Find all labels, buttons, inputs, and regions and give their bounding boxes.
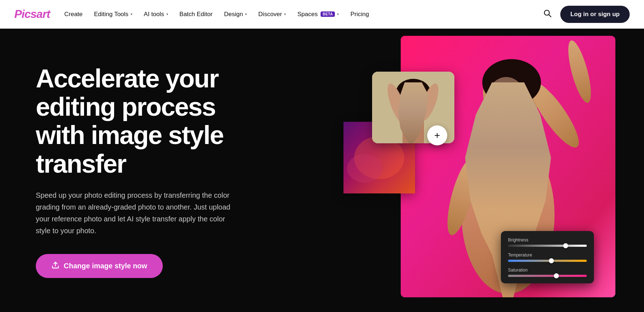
navbar: Picsart Create Editing Tools ▾ AI tools … — [0, 0, 644, 29]
svg-rect-6 — [501, 124, 521, 141]
design-chevron: ▾ — [245, 12, 247, 16]
nav-pricing[interactable]: Pricing — [350, 11, 369, 18]
search-button[interactable] — [542, 8, 553, 21]
temperature-thumb[interactable] — [549, 258, 554, 263]
svg-point-10 — [482, 59, 541, 106]
saturation-track[interactable] — [508, 275, 587, 277]
temperature-track[interactable] — [508, 260, 587, 262]
brightness-label: Brightness — [508, 237, 587, 243]
svg-point-11 — [487, 77, 526, 124]
adjustment-panel: Brightness Temperature Saturation — [501, 231, 594, 283]
hero-subtitle: Speed up your photo editing process by t… — [36, 189, 236, 237]
cta-label: Change image style now — [64, 262, 147, 270]
search-icon — [543, 9, 552, 18]
nav-discover[interactable]: Discover ▾ — [258, 11, 286, 18]
nav-create[interactable]: Create — [64, 11, 83, 18]
nav-batch-editor[interactable]: Batch Editor — [180, 11, 213, 18]
beta-badge: BETA — [321, 11, 335, 17]
svg-rect-16 — [402, 116, 424, 143]
upload-icon — [52, 261, 59, 271]
saturation-thumb[interactable] — [554, 273, 559, 278]
svg-point-12 — [534, 115, 540, 121]
logo-text: Picsart — [14, 8, 50, 21]
svg-point-15 — [396, 79, 430, 106]
temperature-label: Temperature — [508, 253, 587, 258]
saturation-row: Saturation — [508, 268, 587, 277]
cta-button[interactable]: Change image style now — [36, 254, 163, 278]
spaces-chevron: ▾ — [337, 12, 339, 16]
login-button[interactable]: Log in or sign up — [560, 6, 630, 23]
nav-links: Create Editing Tools ▾ AI tools ▾ Batch … — [64, 11, 369, 18]
svg-point-21 — [347, 154, 383, 183]
brightness-track[interactable] — [508, 245, 587, 247]
logo[interactable]: Picsart — [14, 8, 50, 21]
nav-ai-tools[interactable]: AI tools ▾ — [144, 11, 168, 18]
discover-chevron: ▾ — [284, 12, 286, 16]
nav-spaces[interactable]: Spaces BETA ▾ — [297, 11, 339, 18]
hero-title: Accelerate your editing process with ima… — [36, 64, 258, 178]
nav-right: Log in or sign up — [542, 6, 630, 23]
brightness-thumb[interactable] — [563, 243, 568, 248]
nav-editing-tools[interactable]: Editing Tools ▾ — [94, 11, 132, 18]
hero-right: + Brightness Temperature Saturation — [322, 29, 644, 312]
ai-tools-chevron: ▾ — [166, 12, 168, 16]
editing-tools-chevron: ▾ — [131, 12, 132, 16]
hero-section: Accelerate your editing process with ima… — [0, 29, 644, 312]
plus-symbol: + — [434, 130, 440, 141]
brightness-row: Brightness — [508, 237, 587, 247]
saturation-label: Saturation — [508, 268, 587, 273]
nav-design[interactable]: Design ▾ — [224, 11, 247, 18]
temperature-row: Temperature — [508, 253, 587, 262]
hero-left: Accelerate your editing process with ima… — [36, 57, 258, 278]
nav-left: Picsart Create Editing Tools ▾ AI tools … — [14, 8, 369, 21]
plus-circle: + — [427, 125, 447, 145]
svg-line-1 — [549, 15, 551, 17]
